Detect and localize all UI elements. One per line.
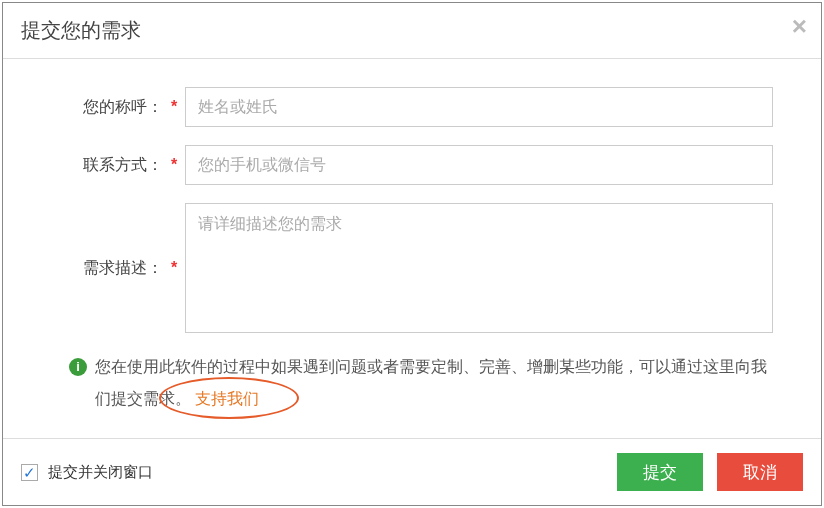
contact-input[interactable] <box>185 145 773 185</box>
desc-textarea[interactable] <box>185 203 773 333</box>
required-mark: * <box>171 98 177 116</box>
support-link-label: 支持我们 <box>195 390 259 407</box>
cancel-button[interactable]: 取消 <box>717 453 803 491</box>
required-mark: * <box>171 259 177 277</box>
dialog-body: 您的称呼： * 联系方式： * 需求描述： * i 您在使用此软件的过程中如果遇… <box>3 59 821 438</box>
hint-row: i 您在使用此软件的过程中如果遇到问题或者需要定制、完善、增删某些功能，可以通过… <box>69 351 773 415</box>
contact-label: 联系方式： <box>51 155 163 176</box>
form-row-desc: 需求描述： * <box>51 203 773 333</box>
name-input[interactable] <box>185 87 773 127</box>
dialog-footer: ✓ 提交并关闭窗口 提交 取消 <box>3 438 821 505</box>
close-icon[interactable]: × <box>792 13 807 39</box>
hint-text: 您在使用此软件的过程中如果遇到问题或者需要定制、完善、增删某些功能，可以通过这里… <box>95 351 773 415</box>
footer-left: ✓ 提交并关闭窗口 <box>21 463 153 482</box>
check-icon: ✓ <box>23 465 36 480</box>
info-icon: i <box>69 358 87 376</box>
dialog-header: 提交您的需求 × <box>3 3 821 59</box>
footer-right: 提交 取消 <box>617 453 803 491</box>
support-link[interactable]: 支持我们 <box>195 383 259 415</box>
dialog-title: 提交您的需求 <box>21 19 141 41</box>
desc-label: 需求描述： <box>51 258 163 279</box>
form-row-contact: 联系方式： * <box>51 145 773 185</box>
dialog-container: 提交您的需求 × 您的称呼： * 联系方式： * 需求描述： * i 您在使用此… <box>2 2 822 506</box>
submit-button[interactable]: 提交 <box>617 453 703 491</box>
close-after-submit-checkbox[interactable]: ✓ <box>21 464 38 481</box>
name-label: 您的称呼： <box>51 97 163 118</box>
required-mark: * <box>171 156 177 174</box>
checkbox-label: 提交并关闭窗口 <box>48 463 153 482</box>
form-row-name: 您的称呼： * <box>51 87 773 127</box>
